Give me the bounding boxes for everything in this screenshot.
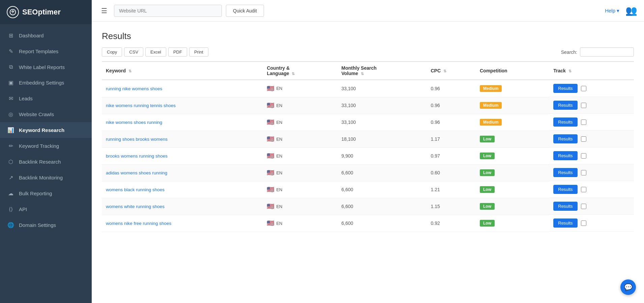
results-button[interactable]: Results: [553, 84, 577, 93]
nav-icon-bulk-reporting: ☁: [7, 190, 14, 197]
keyword-link[interactable]: womens black running shoes: [106, 187, 165, 192]
track-checkbox[interactable]: [581, 221, 586, 226]
track-checkbox[interactable]: [581, 204, 586, 209]
cell-volume: 6,600: [338, 198, 427, 215]
sidebar-item-white-label-reports[interactable]: ⧉White Label Reports: [0, 59, 92, 75]
cell-cpc: 0.96: [427, 80, 476, 97]
track-checkbox[interactable]: [581, 120, 586, 125]
table-row: brooks womens running shoes 🇺🇸EN 9,900 0…: [102, 147, 634, 164]
logo[interactable]: SEOptimer: [0, 0, 92, 24]
track-checkbox[interactable]: [581, 86, 586, 91]
sidebar-item-embedding-settings[interactable]: ▣Embedding Settings: [0, 75, 92, 91]
results-button[interactable]: Results: [553, 117, 577, 127]
flag-icon: 🇺🇸: [267, 152, 274, 160]
competition-badge: Low: [480, 153, 495, 159]
help-button[interactable]: Help ▾: [605, 8, 619, 14]
export-btn-pdf[interactable]: PDF: [168, 47, 187, 57]
results-button[interactable]: Results: [553, 134, 577, 143]
nav-icon-keyword-research: 📊: [7, 127, 14, 133]
keyword-link[interactable]: brooks womens running shoes: [106, 154, 168, 159]
sort-icon-cpc[interactable]: ⇅: [443, 69, 446, 73]
cell-volume: 6,600: [338, 164, 427, 181]
sort-icon-volume[interactable]: ⇅: [361, 72, 364, 76]
sidebar-item-leads[interactable]: ✉Leads: [0, 91, 92, 106]
flag-icon: 🇺🇸: [267, 102, 274, 109]
lang-code: EN: [276, 154, 282, 159]
keyword-link[interactable]: womens nike free running shoes: [106, 221, 171, 226]
search-area: Search:: [561, 47, 634, 57]
lang-code: EN: [276, 221, 282, 226]
sidebar-item-report-templates[interactable]: ✎Report Templates: [0, 43, 92, 59]
results-button[interactable]: Results: [553, 218, 577, 228]
sidebar-item-website-crawls[interactable]: ◎Website Crawls: [0, 106, 92, 122]
results-button[interactable]: Results: [553, 151, 577, 160]
sidebar: SEOptimer ⊞Dashboard✎Report Templates⧉Wh…: [0, 0, 92, 303]
sidebar-item-bulk-reporting[interactable]: ☁Bulk Reporting: [0, 186, 92, 201]
sidebar-label-leads: Leads: [19, 96, 33, 101]
cell-keyword: brooks womens running shoes: [102, 147, 263, 164]
cell-country: 🇺🇸EN: [263, 164, 337, 181]
nav-icon-white-label-reports: ⧉: [7, 64, 14, 70]
chat-bubble-button[interactable]: 💬: [620, 279, 636, 295]
sidebar-item-keyword-tracking[interactable]: ✏Keyword Tracking: [0, 138, 92, 154]
search-input[interactable]: [580, 47, 634, 57]
keyword-link[interactable]: nike womens shoes running: [106, 120, 162, 125]
sidebar-item-domain-settings[interactable]: 🌐Domain Settings: [0, 217, 92, 233]
cell-country: 🇺🇸EN: [263, 215, 337, 232]
export-btn-copy[interactable]: Copy: [102, 47, 122, 57]
results-button[interactable]: Results: [553, 168, 577, 177]
sidebar-item-backlink-monitoring[interactable]: ↗Backlink Monitoring: [0, 170, 92, 186]
user-avatar-icon[interactable]: 👥: [625, 5, 637, 16]
url-input[interactable]: [114, 5, 222, 17]
sort-icon-keyword[interactable]: ⇅: [128, 69, 131, 73]
competition-badge: Low: [480, 136, 495, 142]
sidebar-label-white-label-reports: White Label Reports: [19, 64, 65, 70]
table-row: womens white running shoes 🇺🇸EN 6,600 1.…: [102, 198, 634, 215]
topbar: ☰ Quick Audit Help ▾ 👥: [92, 0, 644, 22]
track-checkbox[interactable]: [581, 103, 586, 108]
export-btn-csv[interactable]: CSV: [124, 47, 143, 57]
results-button[interactable]: Results: [553, 101, 577, 110]
cell-volume: 33,100: [338, 114, 427, 131]
track-checkbox[interactable]: [581, 187, 586, 192]
cell-volume: 33,100: [338, 97, 427, 114]
sidebar-item-dashboard[interactable]: ⊞Dashboard: [0, 28, 92, 43]
sort-icon-country[interactable]: ⇅: [292, 72, 295, 76]
keyword-link[interactable]: womens white running shoes: [106, 204, 165, 209]
keyword-link[interactable]: running nike womens shoes: [106, 86, 162, 91]
sort-icon-track[interactable]: ⇅: [568, 69, 572, 73]
competition-badge: Low: [480, 203, 495, 210]
sidebar-item-backlink-research[interactable]: ⬡Backlink Research: [0, 154, 92, 170]
export-buttons: CopyCSVExcelPDFPrint: [102, 47, 208, 57]
export-btn-print[interactable]: Print: [189, 47, 208, 57]
table-row: nike womens running tennis shoes 🇺🇸EN 33…: [102, 97, 634, 114]
keyword-link[interactable]: adidas womens shoes running: [106, 170, 167, 175]
lang-code: EN: [276, 170, 282, 175]
results-button[interactable]: Results: [553, 185, 577, 194]
hamburger-button[interactable]: ☰: [98, 5, 110, 16]
competition-badge: Low: [480, 220, 495, 227]
keyword-link[interactable]: nike womens running tennis shoes: [106, 103, 176, 108]
sidebar-item-api[interactable]: ⟨⟩API: [0, 201, 92, 217]
results-button[interactable]: Results: [553, 202, 577, 211]
track-checkbox[interactable]: [581, 153, 586, 159]
sidebar-label-domain-settings: Domain Settings: [19, 222, 56, 228]
track-checkbox[interactable]: [581, 136, 586, 142]
col-cpc: CPC ⇅: [427, 62, 476, 80]
cell-competition: Medium: [476, 97, 549, 114]
table-row: womens nike free running shoes 🇺🇸EN 6,60…: [102, 215, 634, 232]
cell-competition: Low: [476, 147, 549, 164]
nav-icon-website-crawls: ◎: [7, 111, 14, 117]
nav-icon-domain-settings: 🌐: [7, 222, 14, 228]
cell-competition: Low: [476, 215, 549, 232]
table-row: nike womens shoes running 🇺🇸EN 33,100 0.…: [102, 114, 634, 131]
export-btn-excel[interactable]: Excel: [145, 47, 166, 57]
competition-badge: Medium: [480, 102, 502, 109]
lang-code: EN: [276, 204, 282, 209]
keyword-link[interactable]: running shoes brooks womens: [106, 137, 168, 142]
sidebar-item-keyword-research[interactable]: 📊Keyword Research: [0, 122, 92, 138]
nav-icon-leads: ✉: [7, 95, 14, 102]
cell-country: 🇺🇸EN: [263, 114, 337, 131]
track-checkbox[interactable]: [581, 170, 586, 175]
quick-audit-button[interactable]: Quick Audit: [226, 5, 264, 17]
